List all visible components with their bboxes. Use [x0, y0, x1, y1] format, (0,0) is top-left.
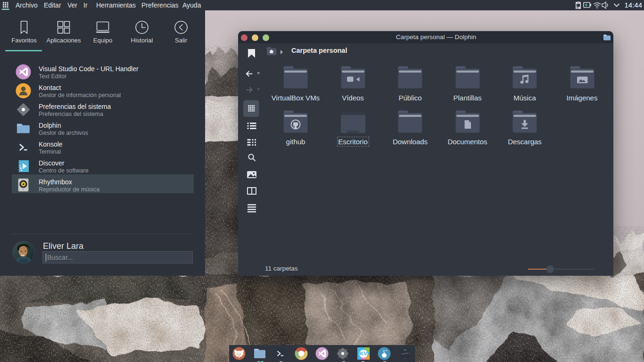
- svg-text:12: 12: [404, 348, 406, 351]
- svg-text:KV: KV: [360, 351, 367, 356]
